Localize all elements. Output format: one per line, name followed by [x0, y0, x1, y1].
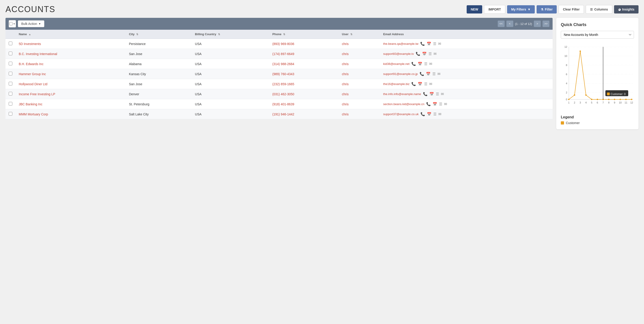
row-checkbox-cell — [6, 49, 16, 59]
clear-filter-button[interactable]: Clear Filter — [558, 5, 584, 14]
name-column-header[interactable]: Name ▲ — [16, 30, 126, 39]
list-icon[interactable]: ☰ — [424, 82, 427, 86]
row-checkbox[interactable] — [9, 112, 12, 116]
phone-link[interactable]: (232) 859-1665 — [272, 82, 294, 86]
columns-button[interactable]: ☰ Columns — [586, 5, 612, 14]
user-link[interactable]: chris — [342, 52, 349, 56]
first-page-button[interactable]: << — [498, 20, 504, 27]
user-link[interactable]: chris — [342, 112, 349, 116]
phone-cell: (232) 859-1665 — [269, 79, 339, 89]
phone-link[interactable]: (191) 946-1442 — [272, 112, 294, 116]
account-name-link[interactable]: Income Free Investing LP — [19, 92, 55, 96]
phone-icon[interactable]: 📞 — [411, 62, 416, 66]
prev-page-button[interactable]: < — [506, 20, 513, 27]
phone-link[interactable]: (989) 760-4343 — [272, 72, 294, 76]
phone-icon[interactable]: 📞 — [426, 102, 431, 106]
calendar-icon[interactable]: 📅 — [427, 42, 431, 46]
email-icon[interactable]: ✉ — [438, 72, 440, 76]
phone-link[interactable]: (031) 462-3050 — [272, 92, 294, 96]
phone-link[interactable]: (893) 969-8036 — [272, 42, 294, 46]
calendar-icon[interactable]: 📅 — [430, 92, 434, 96]
user-link[interactable]: chris — [342, 102, 349, 106]
phone-icon[interactable]: 📞 — [420, 72, 424, 76]
city-column-header[interactable]: City ⇅ — [126, 30, 192, 39]
email-icon[interactable]: ✉ — [444, 102, 447, 106]
row-checkbox[interactable] — [9, 82, 12, 86]
user-link[interactable]: chris — [342, 42, 349, 46]
row-checkbox-cell — [6, 99, 16, 109]
select-all-checkbox[interactable]: ▼ — [9, 20, 16, 28]
email-cell: the16@example.biz 📞 📅 ☰ ✉ — [380, 79, 552, 89]
row-checkbox[interactable] — [9, 102, 12, 106]
list-icon[interactable]: ☰ — [436, 92, 439, 96]
billing-country-column-header[interactable]: Billing Country ⇅ — [192, 30, 269, 39]
account-name-link[interactable]: JBC Banking Inc — [19, 102, 42, 106]
list-icon[interactable]: ☰ — [424, 62, 427, 66]
account-name-link[interactable]: MMM Mortuary Corp — [19, 112, 48, 116]
user-link[interactable]: chris — [342, 92, 349, 96]
account-name-link[interactable]: 5D Investments — [19, 42, 41, 46]
calendar-icon[interactable]: 📅 — [426, 72, 430, 76]
phone-link[interactable]: (174) 897-6649 — [272, 52, 294, 56]
email-icon[interactable]: ✉ — [438, 112, 441, 116]
row-checkbox[interactable] — [9, 52, 12, 55]
list-icon[interactable]: ☰ — [433, 42, 436, 46]
account-name-link[interactable]: B.C. Investing International — [19, 52, 57, 56]
phone-icon[interactable]: 📞 — [420, 112, 425, 116]
phone-link[interactable]: (918) 401-8639 — [272, 102, 294, 106]
list-icon[interactable]: ☰ — [439, 102, 442, 106]
import-button[interactable]: IMPORT — [484, 5, 505, 14]
row-checkbox[interactable] — [9, 42, 12, 45]
page-title: ACCOUNTS — [6, 4, 55, 14]
email-link[interactable]: section.beans.kid@example.cn — [383, 102, 424, 106]
list-icon[interactable]: ☰ — [432, 72, 436, 76]
calendar-icon[interactable]: 📅 — [432, 102, 437, 106]
user-column-header[interactable]: User ⇅ — [339, 30, 380, 39]
email-link[interactable]: the16@example.biz — [383, 82, 410, 86]
user-cell: chris — [339, 69, 380, 79]
email-icon[interactable]: ✉ — [441, 92, 444, 96]
email-icon[interactable]: ✉ — [434, 52, 436, 56]
legend-item: Customer — [561, 121, 634, 125]
phone-icon[interactable]: 📞 — [420, 42, 425, 46]
row-checkbox[interactable] — [9, 62, 12, 65]
chart-type-select[interactable]: New Accounts by Month — [561, 31, 634, 38]
account-name-link[interactable]: Hammer Group Inc — [19, 72, 46, 76]
email-link[interactable]: the.info.info@example.name — [383, 92, 421, 96]
email-icon[interactable]: ✉ — [438, 42, 441, 46]
filter-button[interactable]: ⚗ Filter — [536, 5, 557, 14]
email-icon[interactable]: ✉ — [429, 82, 432, 86]
phone-column-header[interactable]: Phone ⇅ — [269, 30, 339, 39]
calendar-icon[interactable]: 📅 — [427, 112, 432, 116]
account-name-link[interactable]: Hollywood Diner Ltd — [19, 82, 47, 86]
email-link[interactable]: the.beans.qa@example.tw — [383, 42, 418, 46]
user-link[interactable]: chris — [342, 62, 349, 66]
email-link[interactable]: support37@example.co.uk — [383, 112, 419, 116]
calendar-icon[interactable]: 📅 — [422, 52, 427, 56]
phone-icon[interactable]: 📞 — [423, 92, 428, 96]
next-page-button[interactable]: > — [534, 20, 541, 27]
calendar-icon[interactable]: 📅 — [418, 62, 422, 66]
phone-icon[interactable]: 📞 — [411, 82, 416, 86]
insights-button[interactable]: ◕ Insights — [614, 5, 638, 14]
svg-text:0: 0 — [566, 98, 567, 101]
calendar-icon[interactable]: 📅 — [418, 82, 422, 86]
bulk-action-button[interactable]: Bulk Action ▼ — [18, 20, 44, 27]
new-button[interactable]: NEW — [467, 5, 482, 14]
email-link[interactable]: kid38@example.net — [383, 62, 410, 66]
user-link[interactable]: chris — [342, 82, 349, 86]
email-icon[interactable]: ✉ — [429, 62, 432, 66]
user-link[interactable]: chris — [342, 72, 349, 76]
email-link[interactable]: support91@example.co.jp — [383, 72, 418, 76]
row-checkbox[interactable] — [9, 72, 12, 76]
row-checkbox[interactable] — [9, 92, 12, 96]
list-icon[interactable]: ☰ — [433, 112, 436, 116]
list-icon[interactable]: ☰ — [428, 52, 432, 56]
account-name-link[interactable]: B.H. Edwards Inc — [19, 62, 44, 66]
action-icons: 📞 📅 ☰ ✉ — [420, 112, 441, 116]
last-page-button[interactable]: >> — [542, 20, 550, 27]
my-filters-button[interactable]: My Filters ▼ — [507, 5, 535, 14]
email-link[interactable]: support83@example.tv — [383, 52, 414, 56]
phone-icon[interactable]: 📞 — [416, 52, 420, 56]
phone-link[interactable]: (314) 988-2684 — [272, 62, 294, 66]
